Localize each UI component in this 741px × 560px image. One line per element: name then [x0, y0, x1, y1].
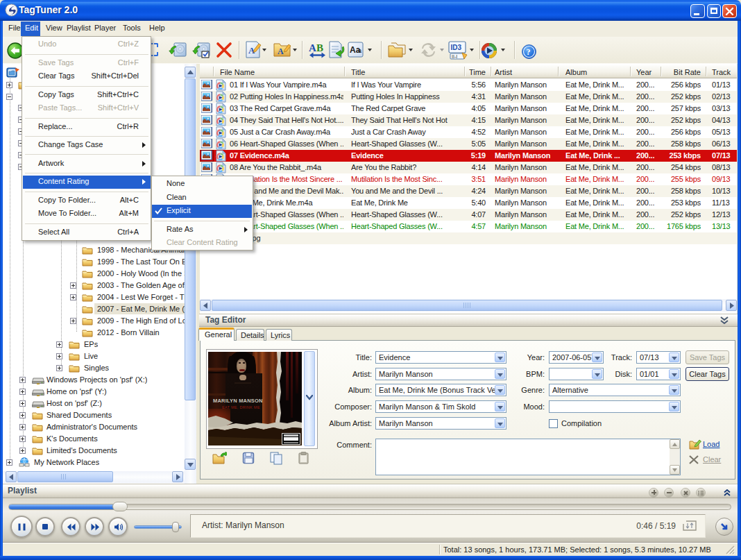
svg-text:B: B: [316, 42, 323, 53]
svg-text:a: a: [358, 47, 361, 54]
svg-text:A: A: [278, 46, 284, 56]
svg-text:II-I: II-I: [452, 54, 457, 59]
svg-text:A: A: [309, 42, 316, 53]
svg-text:ID3: ID3: [451, 44, 462, 51]
svg-text:?: ?: [527, 47, 531, 57]
